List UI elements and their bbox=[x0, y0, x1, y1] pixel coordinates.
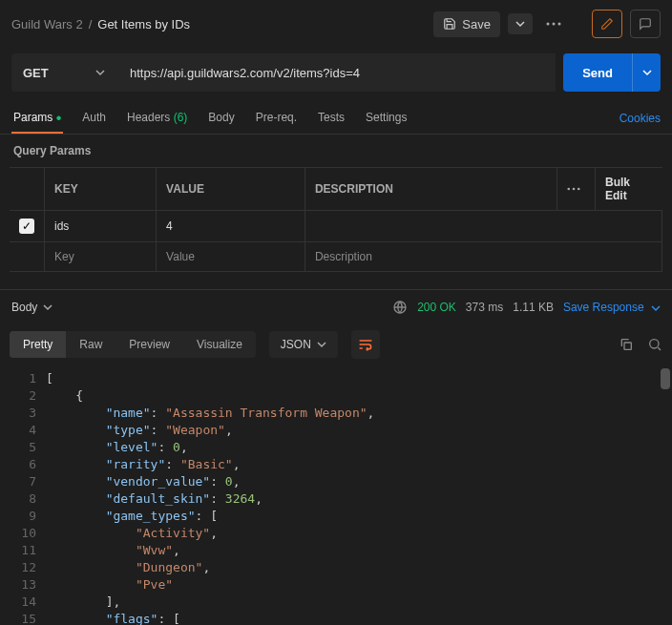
param-key-placeholder[interactable]: Key bbox=[45, 242, 157, 272]
comment-icon bbox=[639, 17, 652, 31]
param-key[interactable]: ids bbox=[45, 211, 157, 242]
tab-params[interactable]: Params • bbox=[11, 103, 63, 134]
param-desc[interactable] bbox=[304, 211, 662, 242]
col-value: VALUE bbox=[157, 168, 305, 211]
top-bar: Guild Wars 2 / Get Items by IDs Save bbox=[0, 0, 672, 48]
tab-label: Headers bbox=[127, 111, 170, 124]
response-body-select[interactable]: Body bbox=[11, 301, 52, 314]
dots-icon bbox=[567, 187, 580, 191]
breadcrumb-current[interactable]: Get Items by IDs bbox=[97, 17, 190, 31]
save-dropdown[interactable] bbox=[508, 13, 533, 34]
edit-button[interactable] bbox=[592, 10, 622, 38]
tab-prereq[interactable]: Pre-req. bbox=[254, 103, 299, 134]
save-label: Save bbox=[462, 17, 491, 31]
svg-point-5 bbox=[578, 188, 580, 191]
scrollbar-thumb[interactable] bbox=[661, 368, 670, 389]
save-response-label: Save Response bbox=[563, 301, 644, 314]
chevron-down-icon bbox=[317, 340, 326, 349]
url-input[interactable] bbox=[116, 53, 556, 92]
code-content[interactable]: [ { "name": "Assassin Transform Weapon",… bbox=[46, 365, 374, 625]
status-code: 200 OK bbox=[417, 301, 456, 314]
headers-count: (6) bbox=[174, 111, 188, 124]
table-row-new[interactable]: Key Value Description bbox=[10, 242, 662, 272]
svg-point-8 bbox=[650, 340, 659, 348]
bulk-edit-link[interactable]: Bulk Edit bbox=[596, 168, 662, 211]
wrap-icon bbox=[358, 338, 373, 351]
tab-auth[interactable]: Auth bbox=[80, 103, 108, 134]
query-params-table: KEY VALUE DESCRIPTION Bulk Edit ✓ ids 4 … bbox=[10, 167, 662, 272]
tab-settings[interactable]: Settings bbox=[364, 103, 409, 134]
copy-icon[interactable] bbox=[619, 337, 634, 352]
send-dropdown[interactable] bbox=[632, 53, 661, 92]
globe-icon[interactable] bbox=[392, 300, 408, 315]
col-actions[interactable] bbox=[557, 168, 596, 211]
request-tabs: Params • Auth Headers (6) Body Pre-req. … bbox=[0, 103, 672, 135]
view-mode-group: Pretty Raw Preview Visualize bbox=[10, 331, 256, 358]
line-gutter: 12345678910111213141516 bbox=[0, 365, 46, 625]
chevron-down-icon bbox=[95, 68, 105, 77]
view-pretty[interactable]: Pretty bbox=[10, 331, 66, 358]
svg-point-0 bbox=[547, 23, 550, 26]
row-checkbox[interactable]: ✓ bbox=[19, 219, 34, 234]
request-row: GET Send bbox=[0, 48, 672, 103]
format-select[interactable]: JSON bbox=[269, 331, 338, 358]
table-header-row: KEY VALUE DESCRIPTION Bulk Edit bbox=[10, 168, 662, 211]
comments-button[interactable] bbox=[630, 10, 661, 38]
view-raw[interactable]: Raw bbox=[66, 331, 116, 358]
table-row[interactable]: ✓ ids 4 bbox=[10, 211, 662, 242]
col-key: KEY bbox=[45, 168, 157, 211]
breadcrumb: Guild Wars 2 / Get Items by IDs bbox=[11, 17, 426, 31]
tab-headers[interactable]: Headers (6) bbox=[125, 103, 189, 134]
method-select[interactable]: GET bbox=[11, 53, 116, 92]
save-button[interactable]: Save bbox=[433, 11, 500, 37]
chevron-down-icon bbox=[515, 19, 525, 29]
response-size: 1.11 KB bbox=[513, 301, 554, 314]
chevron-down-icon bbox=[43, 302, 52, 312]
dot-indicator: • bbox=[56, 110, 62, 126]
dots-icon bbox=[546, 22, 561, 26]
response-bar: Body 200 OK 373 ms 1.11 KB Save Response bbox=[0, 289, 672, 324]
cookies-link[interactable]: Cookies bbox=[620, 112, 661, 125]
body-label: Body bbox=[11, 301, 37, 314]
svg-point-1 bbox=[553, 23, 556, 26]
response-time: 373 ms bbox=[466, 301, 503, 314]
col-desc: DESCRIPTION bbox=[304, 168, 556, 211]
breadcrumb-parent[interactable]: Guild Wars 2 bbox=[11, 17, 83, 31]
param-desc-placeholder[interactable]: Description bbox=[304, 242, 662, 272]
svg-point-2 bbox=[558, 23, 561, 26]
send-button[interactable]: Send bbox=[563, 53, 632, 92]
save-icon bbox=[443, 17, 456, 31]
param-value-placeholder[interactable]: Value bbox=[157, 242, 305, 272]
svg-rect-7 bbox=[624, 343, 631, 349]
save-response-link[interactable]: Save Response bbox=[563, 301, 661, 314]
view-tabs: Pretty Raw Preview Visualize JSON bbox=[0, 324, 672, 365]
query-params-title: Query Params bbox=[0, 135, 672, 167]
format-value: JSON bbox=[281, 338, 311, 351]
breadcrumb-sep: / bbox=[89, 17, 93, 31]
wrap-lines-button[interactable] bbox=[351, 330, 380, 359]
param-value[interactable]: 4 bbox=[157, 211, 305, 242]
method-value: GET bbox=[23, 66, 49, 80]
more-actions-button[interactable] bbox=[540, 16, 567, 31]
pencil-icon bbox=[600, 17, 614, 31]
view-visualize[interactable]: Visualize bbox=[183, 331, 256, 358]
chevron-down-icon bbox=[642, 68, 652, 77]
tab-tests[interactable]: Tests bbox=[316, 103, 346, 134]
tab-label: Params bbox=[13, 111, 52, 124]
chevron-down-icon bbox=[651, 303, 661, 313]
svg-point-4 bbox=[573, 188, 576, 191]
tab-body[interactable]: Body bbox=[206, 103, 236, 134]
svg-point-3 bbox=[567, 188, 570, 191]
response-code[interactable]: 12345678910111213141516 [ { "name": "Ass… bbox=[0, 365, 672, 625]
view-preview[interactable]: Preview bbox=[116, 331, 183, 358]
search-icon[interactable] bbox=[647, 337, 662, 352]
